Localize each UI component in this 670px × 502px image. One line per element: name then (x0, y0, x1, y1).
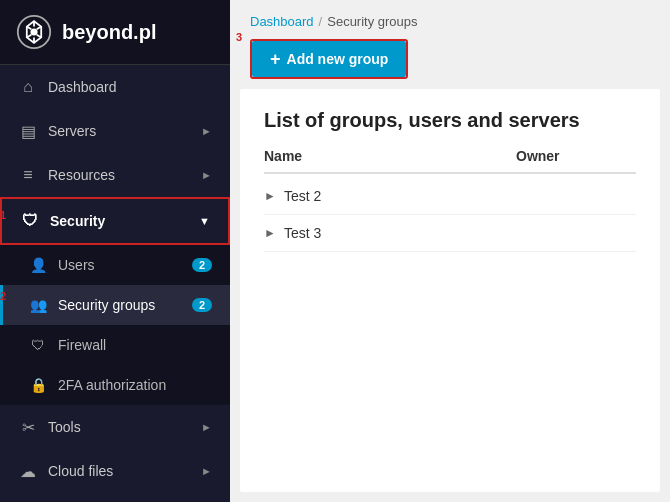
sidebar-item-2fa[interactable]: 🔒 2FA authorization (0, 365, 230, 405)
main-header: Dashboard / Security groups 3 + Add new … (230, 0, 670, 89)
sidebar-item-users[interactable]: 👤 Users 2 (0, 245, 230, 285)
logo-text: beyond.pl (62, 21, 156, 44)
row-name: Test 2 (284, 188, 636, 204)
security-subnav: 👤 Users 2 👥 Security groups 2 🛡 (0, 245, 230, 405)
chevron-down-icon: ▼ (199, 215, 210, 227)
add-button-container: 3 + Add new group (250, 39, 408, 79)
row-name: Test 3 (284, 225, 636, 241)
add-button-box: + Add new group (250, 39, 408, 79)
sidebar-item-firewall[interactable]: 🛡 Firewall (0, 325, 230, 365)
sidebar-item-cloud-files[interactable]: ☁ Cloud files ► (0, 449, 230, 493)
users-badge: 2 (192, 258, 212, 272)
table-header: Name Owner (264, 148, 636, 174)
chevron-right-icon: ► (201, 465, 212, 477)
sidebar-logo: beyond.pl (0, 0, 230, 65)
servers-icon: ▤ (18, 121, 38, 141)
sidebar-item-label: Servers (48, 123, 96, 139)
sidebar-item-servers[interactable]: ▤ Servers ► (0, 109, 230, 153)
subnav-item-label: Firewall (58, 337, 106, 353)
subnav-item-label: Users (58, 257, 95, 273)
users-icon: 👤 (28, 255, 48, 275)
breadcrumb-current: Security groups (327, 14, 417, 29)
annotation-1: 1 (0, 209, 6, 221)
breadcrumb-separator: / (319, 14, 323, 29)
dashboard-icon: ⌂ (18, 77, 38, 97)
table-row[interactable]: ► Test 3 (264, 215, 636, 252)
sidebar-item-tools[interactable]: ✂ Tools ► (0, 405, 230, 449)
breadcrumb-dashboard-link[interactable]: Dashboard (250, 14, 314, 29)
sidebar-item-resources[interactable]: ≡ Resources ► (0, 153, 230, 197)
subnav-item-label: 2FA authorization (58, 377, 166, 393)
chevron-right-icon: ► (201, 125, 212, 137)
col-owner-header: Owner (516, 148, 636, 164)
add-button-label: Add new group (287, 51, 389, 67)
list-title: List of groups, users and servers (264, 109, 636, 132)
subnav-item-label: Security groups (58, 297, 155, 313)
2fa-icon: 🔒 (28, 375, 48, 395)
add-new-group-button[interactable]: + Add new group (252, 41, 406, 77)
svg-point-1 (30, 28, 37, 35)
sidebar-item-security[interactable]: 🛡 Security ▼ (0, 197, 230, 245)
sidebar-item-label: Security (50, 213, 105, 229)
main-body: List of groups, users and servers Name O… (240, 89, 660, 492)
logo-icon (16, 14, 52, 50)
annotation-2: 2 (0, 290, 6, 302)
sidebar: beyond.pl ⌂ Dashboard ▤ Servers ► (0, 0, 230, 502)
sidebar-item-label: Resources (48, 167, 115, 183)
table-row[interactable]: ► Test 2 (264, 178, 636, 215)
main-content: Dashboard / Security groups 3 + Add new … (230, 0, 670, 502)
cloud-files-icon: ☁ (18, 461, 38, 481)
annotation-3: 3 (236, 31, 242, 43)
sidebar-item-label: Dashboard (48, 79, 117, 95)
sidebar-nav: ⌂ Dashboard ▤ Servers ► ≡ Resources ► (0, 65, 230, 502)
chevron-right-icon: ► (201, 421, 212, 433)
plus-icon: + (270, 50, 281, 68)
col-name-header: Name (264, 148, 516, 164)
sidebar-item-dashboard[interactable]: ⌂ Dashboard (0, 65, 230, 109)
sidebar-item-label: Tools (48, 419, 81, 435)
security-groups-icon: 👥 (28, 295, 48, 315)
firewall-icon: 🛡 (28, 335, 48, 355)
row-chevron-icon: ► (264, 226, 276, 240)
row-chevron-icon: ► (264, 189, 276, 203)
chevron-right-icon: ► (201, 169, 212, 181)
tools-icon: ✂ (18, 417, 38, 437)
security-icon: 🛡 (20, 211, 40, 231)
security-groups-badge: 2 (192, 298, 212, 312)
sidebar-item-label: Cloud files (48, 463, 113, 479)
resources-icon: ≡ (18, 165, 38, 185)
sidebar-item-security-groups[interactable]: 👥 Security groups 2 (0, 285, 230, 325)
breadcrumb: Dashboard / Security groups (250, 14, 650, 29)
